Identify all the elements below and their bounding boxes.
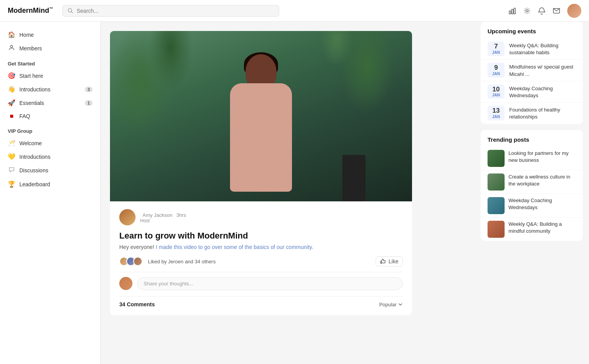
sidebar-item-welcome[interactable]: 🥂 Welcome <box>0 136 100 150</box>
start-here-icon: 🎯 <box>8 72 15 79</box>
right-sidebar: Upcoming events 7 JAN Weekly Q&A: Buildi… <box>481 22 589 364</box>
trending-item[interactable]: Weekday Coaching Wednesdays <box>481 194 583 218</box>
trending-text: Looking for partners for my new business <box>508 150 576 164</box>
event-date: 9 JAN <box>488 63 505 77</box>
svg-rect-3 <box>512 9 513 14</box>
sidebar-label: Start here <box>19 73 93 79</box>
trending-list: Looking for partners for my new business… <box>481 147 583 241</box>
event-date: 7 JAN <box>488 41 505 56</box>
like-button[interactable]: Like <box>376 256 403 266</box>
sidebar-item-introductions[interactable]: 👋 Introductions 3 <box>0 82 100 96</box>
trending-item[interactable]: Create a wellness culture in the workpla… <box>481 170 583 194</box>
members-icon <box>8 45 15 52</box>
event-day: 9 <box>491 64 501 72</box>
sidebar-label: Introductions <box>19 86 81 93</box>
event-item[interactable]: 13 JAN Foundations of healthy relationsh… <box>481 103 583 124</box>
post-time: 3hrs <box>176 212 186 218</box>
author-avatar-img <box>119 209 136 225</box>
sidebar-label: Essentials <box>19 100 81 106</box>
event-month: JAN <box>491 72 501 76</box>
sort-button[interactable]: Popular <box>379 302 403 307</box>
comment-input[interactable]: Share your thoughts... <box>137 277 403 290</box>
app-logo: ModernMind™ <box>8 7 53 15</box>
likes-text: Liked by Jeroen and 34 others <box>148 259 216 264</box>
sidebar-label: Welcome <box>19 140 93 146</box>
upcoming-events-widget: Upcoming events 7 JAN Weekly Q&A: Buildi… <box>481 22 583 124</box>
comments-count: 34 Comments <box>119 301 155 307</box>
event-month: JAN <box>491 115 501 119</box>
author-info: Amy Jackson 3hrs Host <box>140 211 186 223</box>
trending-text: Create a wellness culture in the workpla… <box>508 173 576 187</box>
introductions-icon: 👋 <box>8 86 15 93</box>
search-input[interactable] <box>77 8 274 14</box>
sidebar-item-vip-introductions[interactable]: 💛 Introductions <box>0 150 100 163</box>
upcoming-events-title: Upcoming events <box>481 22 583 38</box>
trending-thumb <box>488 221 505 238</box>
settings-icon[interactable] <box>523 7 531 15</box>
event-date: 10 JAN <box>488 84 505 99</box>
sidebar-item-essentials[interactable]: 🚀 Essentials 1 <box>0 96 100 110</box>
user-avatar[interactable] <box>567 4 581 18</box>
events-list: 7 JAN Weekly Q&A: Building sustainable h… <box>481 38 583 124</box>
svg-point-6 <box>10 45 13 48</box>
notifications-icon[interactable] <box>538 7 546 15</box>
sidebar-item-home[interactable]: 🏠 Home <box>0 28 100 41</box>
search-bar[interactable] <box>62 5 279 17</box>
vip-section-title: VIP Group <box>0 123 100 136</box>
event-day: 13 <box>491 107 501 115</box>
event-item[interactable]: 10 JAN Weekday Coaching Wednesdays <box>481 81 583 103</box>
post-body: Amy Jackson 3hrs Host Learn to grow with… <box>110 201 412 315</box>
sidebar-item-discussions[interactable]: Discussions <box>0 163 100 177</box>
analytics-icon[interactable] <box>508 7 516 15</box>
sidebar-item-leaderboard[interactable]: 🏆 Leaderboard <box>0 177 100 191</box>
get-started-section-title: Get Started <box>0 55 100 69</box>
main-content: Amy Jackson 3hrs Host Learn to grow with… <box>101 22 481 364</box>
trending-item[interactable]: Looking for partners for my new business <box>481 147 583 170</box>
post-desc-link[interactable]: I made this video to go over some of the… <box>156 244 313 250</box>
sidebar-item-start-here[interactable]: 🎯 Start here <box>0 69 100 82</box>
sidebar-label: Members <box>19 45 93 52</box>
event-item[interactable]: 7 JAN Weekly Q&A: Building sustainable h… <box>481 38 583 60</box>
sidebar-item-faq[interactable]: ■ FAQ <box>0 110 100 123</box>
nav-actions <box>508 4 581 18</box>
author-role: Host <box>140 218 186 223</box>
comment-input-row: Share your thoughts... <box>119 272 403 295</box>
sidebar-label: Leaderboard <box>19 181 93 187</box>
person-torso <box>230 83 292 192</box>
svg-rect-2 <box>509 11 511 14</box>
trending-item[interactable]: Weekly Q&A: Building a mindful community <box>481 218 583 241</box>
person-figure <box>207 54 315 201</box>
search-icon <box>67 8 74 14</box>
event-date: 13 JAN <box>488 106 505 120</box>
like-avatars <box>119 257 140 266</box>
post-card: Amy Jackson 3hrs Host Learn to grow with… <box>110 31 412 315</box>
post-video <box>110 31 412 201</box>
sidebar-label: Introductions <box>19 154 93 160</box>
welcome-icon: 🥂 <box>8 139 15 147</box>
like-avatar-3 <box>133 257 143 266</box>
sidebar-item-members[interactable]: Members <box>0 41 100 55</box>
event-name: Weekday Coaching Wednesdays <box>509 84 576 99</box>
sidebar: 🏠 Home Members Get Started 🎯 Start here … <box>0 22 101 364</box>
sidebar-label: Home <box>19 32 93 38</box>
svg-point-5 <box>526 10 528 12</box>
post-footer: 34 Comments Popular <box>119 296 403 307</box>
svg-rect-4 <box>514 8 515 14</box>
commenter-avatar <box>119 277 132 290</box>
author-avatar <box>119 209 136 225</box>
essentials-badge: 1 <box>85 100 93 106</box>
event-name: Mindfulness w/ special guest Micahl ... <box>509 63 576 77</box>
trending-posts-title: Trending posts <box>481 130 583 147</box>
trending-posts-widget: Trending posts Looking for partners for … <box>481 130 583 241</box>
event-item[interactable]: 9 JAN Mindfulness w/ special guest Micah… <box>481 60 583 81</box>
trending-thumb <box>488 150 505 167</box>
home-icon: 🏠 <box>8 31 15 38</box>
speaker-decoration <box>342 155 366 201</box>
svg-line-1 <box>71 12 73 13</box>
leaderboard-icon: 🏆 <box>8 180 15 188</box>
author-name: Amy Jackson 3hrs <box>140 211 186 218</box>
faq-icon: ■ <box>8 113 15 120</box>
introductions-badge: 3 <box>85 87 93 92</box>
event-month: JAN <box>491 93 501 97</box>
messages-icon[interactable] <box>553 7 560 15</box>
